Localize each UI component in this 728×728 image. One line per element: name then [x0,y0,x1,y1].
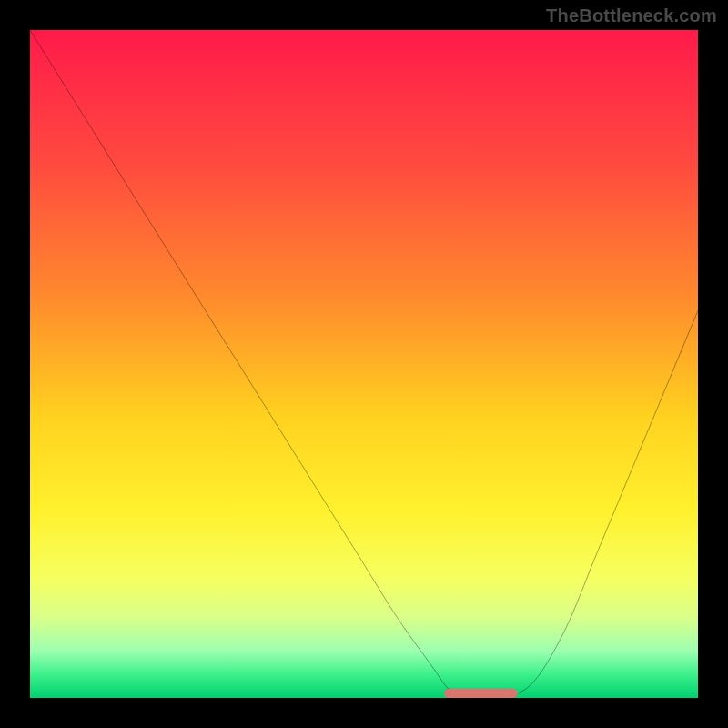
plot-inner [30,30,698,698]
chart-frame: TheBottleneck.com [0,0,728,728]
plot-area [30,30,698,698]
watermark-text: TheBottleneck.com [546,5,717,26]
optimal-range-marker [444,689,518,698]
bottleneck-curve-path [30,30,698,698]
curve-layer [30,30,698,698]
